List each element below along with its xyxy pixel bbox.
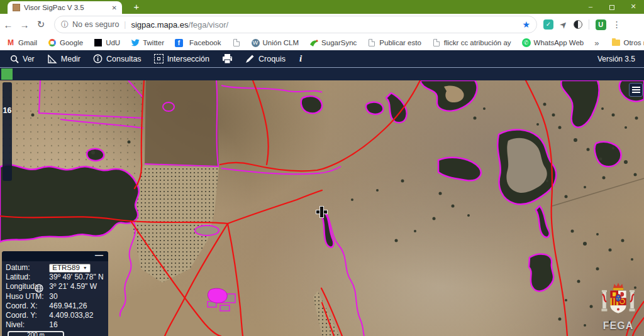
wordpress-icon: W — [252, 39, 260, 47]
bookmark-label: Gmail — [18, 39, 37, 46]
interseccion-label: Intersección — [167, 55, 209, 63]
bookmark-whatsapp[interactable]: ✆ WhatsApp Web — [522, 38, 584, 47]
ver-label: Ver — [23, 55, 35, 63]
globe-icon — [35, 284, 43, 293]
ver-button[interactable]: Ver — [6, 55, 38, 63]
tab-close-icon[interactable]: ✕ — [111, 4, 118, 11]
u-extension-icon[interactable]: U — [596, 19, 606, 30]
whatsapp-icon: ✆ — [522, 38, 531, 47]
other-bookmarks[interactable]: Otros marcadores — [611, 38, 644, 47]
address-bar[interactable]: ⓘ No es seguro | sigpac.mapa.es /fega/vi… — [54, 16, 537, 33]
sugarsync-icon — [309, 38, 318, 47]
spain-coat-of-arms-icon — [601, 283, 635, 319]
datum-row: Datum: ETRS89 ▼ — [6, 263, 108, 273]
sub-toolbar-strip — [0, 67, 644, 80]
croquis-button[interactable]: Croquis — [242, 54, 289, 63]
pencil-icon — [245, 54, 255, 63]
coord-x-row: Coord. X: 469.941,26 — [6, 301, 108, 311]
bookmark-label: Twitter — [143, 39, 164, 46]
browser-menu-icon[interactable]: ⋮ — [613, 19, 621, 30]
bookmarks-overflow-icon[interactable]: » — [594, 38, 599, 48]
info-circle-icon — [93, 54, 103, 63]
close-button[interactable]: ✕ — [623, 0, 644, 14]
page-icon — [367, 38, 376, 47]
utm-zone-value: 30 — [49, 292, 57, 301]
print-button[interactable] — [218, 54, 236, 63]
map-scale-bar: 200 m — [8, 331, 64, 336]
bookmark-google[interactable]: Google — [48, 38, 83, 47]
moon-extension-icon[interactable] — [574, 20, 582, 29]
bookmark-facebook[interactable]: f Facebook — [175, 39, 221, 47]
level-row: Nivel: 16 — [6, 320, 108, 330]
security-label: No es seguro — [72, 20, 119, 29]
croquis-label: Croquis — [258, 55, 286, 63]
coordinates-panel-header[interactable]: — — [2, 251, 108, 261]
bookmark-publicar-esto[interactable]: Publicar esto — [367, 38, 421, 47]
extension-area: ✓ ➤ U ⋮ — [543, 19, 621, 30]
bookmark-label: WhatsApp Web — [534, 39, 584, 46]
layers-icon — [632, 87, 640, 94]
page-icon — [232, 38, 241, 47]
utm-zone-row: Huso UTM: 30 — [6, 292, 108, 301]
tab-title: Visor SigPac V 3.5 — [24, 4, 111, 11]
latitude-label: Latitud: — [6, 273, 47, 282]
site-info-icon[interactable]: ⓘ — [61, 19, 69, 30]
extension-separator — [589, 19, 589, 30]
google-icon — [48, 38, 57, 47]
new-tab-button[interactable]: + — [128, 1, 145, 13]
gmail-icon: M — [6, 38, 15, 47]
forward-icon[interactable]: → — [16, 19, 33, 30]
bookmark-label: UdU — [106, 39, 120, 46]
interseccion-button[interactable]: Intersección — [150, 54, 213, 63]
longitude-value: 3º 21' 4.59" W — [49, 282, 97, 291]
bookmark-udu[interactable]: UdU — [94, 38, 120, 47]
reload-icon[interactable]: ↻ — [33, 19, 49, 30]
datum-select[interactable]: ETRS89 ▼ — [49, 264, 90, 273]
map-viewport[interactable]: 16 — Datum: — [0, 80, 644, 336]
minimize-button[interactable]: – — [580, 0, 601, 14]
browser-navbar: ← → ↻ ⓘ No es seguro | sigpac.mapa.es /f… — [0, 14, 644, 35]
bookmark-sugarsync[interactable]: SugarSync — [309, 38, 357, 47]
browser-window: Visor SigPac V 3.5 ✕ + – ✕ ← → ↻ ⓘ No es… — [0, 0, 644, 336]
bookmark-page[interactable] — [232, 38, 241, 47]
search-icon — [10, 55, 19, 63]
back-icon[interactable]: ← — [0, 19, 16, 30]
bookmark-union-clm[interactable]: W Unión CLM — [252, 39, 299, 47]
bookmark-gmail[interactable]: M Gmail — [6, 38, 37, 47]
latitude-row: Latitud: 39º 49' 50.78" N — [6, 273, 108, 282]
restore-button[interactable] — [601, 0, 623, 14]
level-value: 16 — [49, 320, 57, 330]
chevron-down-icon: ▼ — [83, 263, 87, 273]
browser-titlebar: Visor SigPac V 3.5 ✕ + – ✕ — [0, 0, 644, 14]
bookmarks-bar: M Gmail Google UdU Twitter f Facebook W … — [0, 35, 644, 50]
coord-y-label: Coord. Y: — [6, 311, 47, 320]
bookmark-star-icon[interactable]: ★ — [522, 19, 530, 30]
pocket-extension-icon[interactable]: ✓ — [543, 19, 553, 30]
bookmark-label: Google — [60, 39, 83, 46]
zoom-level-label: 16 — [3, 106, 12, 115]
bookmark-flickr[interactable]: flickr cc atribución ay — [432, 38, 511, 47]
version-label: Versión 3.5 — [597, 55, 638, 63]
panel-minimize-icon[interactable]: — — [95, 250, 103, 259]
coord-x-value: 469.941,26 — [49, 301, 87, 311]
twitter-bird-icon — [131, 38, 140, 47]
url-divider: | — [124, 20, 126, 29]
coord-x-label: Coord. X: — [6, 301, 47, 311]
bookmark-label: Unión CLM — [263, 39, 299, 46]
fega-label: FEGA — [596, 320, 640, 332]
rocket-extension-icon[interactable]: ➤ — [557, 18, 570, 31]
intersection-icon — [154, 54, 164, 63]
zoom-slider[interactable]: 16 — [3, 82, 12, 181]
layers-button[interactable] — [629, 83, 643, 97]
facebook-icon: f — [175, 39, 183, 47]
utm-zone-label: Huso UTM: — [6, 292, 47, 301]
consultas-button[interactable]: Consultas — [89, 54, 145, 63]
medir-button[interactable]: Medir — [43, 55, 84, 63]
browser-tab[interactable]: Visor SigPac V 3.5 ✕ — [8, 1, 122, 14]
info-button[interactable]: i — [294, 53, 307, 64]
map-crosshair-cursor — [316, 206, 326, 217]
bookmark-label: flickr cc atribución ay — [444, 39, 511, 46]
loading-indicator — [1, 68, 13, 80]
scale-label: 200 m — [27, 332, 45, 336]
bookmark-twitter[interactable]: Twitter — [131, 38, 164, 47]
